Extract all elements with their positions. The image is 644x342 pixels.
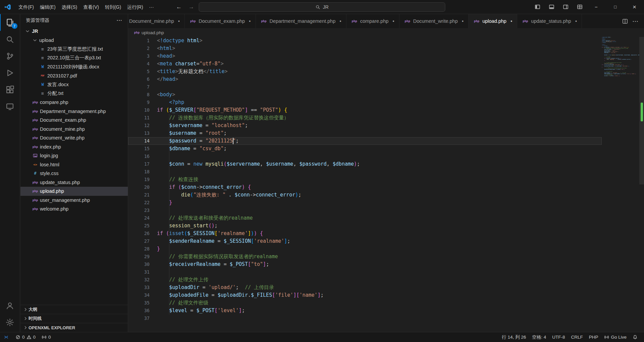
- activity-top: 7: [0, 14, 20, 115]
- minimap[interactable]: <!doctype html><html><head><meta charset…: [602, 37, 639, 332]
- tree-item[interactable]: phpindex.php: [20, 142, 128, 152]
- indentation-status[interactable]: 空格: 4: [529, 332, 549, 342]
- tree-item[interactable]: PDF20231027.pdf: [20, 71, 128, 80]
- encoding-status[interactable]: UTF-8: [549, 332, 568, 342]
- tree-item[interactable]: phpDocument_write.php: [20, 133, 128, 142]
- explorer-badge: 7: [12, 23, 17, 29]
- menu-item[interactable]: 查看(V): [80, 2, 102, 12]
- cursor-position-status[interactable]: 行 14, 列 26: [499, 332, 529, 342]
- remote-explorer-icon[interactable]: [0, 98, 20, 115]
- txt-file-icon: ≡: [39, 55, 46, 61]
- dirty-indicator[interactable]: ●: [511, 19, 512, 23]
- tree-item[interactable]: phpupdate_status.php: [20, 178, 128, 187]
- line-number: 32: [128, 276, 150, 284]
- arrow-left-icon[interactable]: ←: [176, 4, 182, 10]
- ports-indicator[interactable]: 0: [39, 332, 54, 342]
- tab[interactable]: phpDocument_exam.php●: [185, 14, 256, 28]
- language-mode-status[interactable]: PHP: [586, 332, 601, 342]
- run-debug-icon[interactable]: [0, 64, 20, 81]
- more-actions-icon[interactable]: ···: [631, 17, 640, 25]
- menu-item[interactable]: 选择(S): [59, 2, 80, 12]
- layout-sidebar-icon[interactable]: [530, 0, 544, 14]
- line-content: <body>: [150, 91, 175, 99]
- tree-item[interactable]: upload: [20, 36, 128, 45]
- dirty-indicator[interactable]: ●: [178, 19, 180, 23]
- source-control-icon[interactable]: [0, 48, 20, 64]
- tab[interactable]: phpDepartment_management.php●: [256, 14, 346, 28]
- layout-panel-icon[interactable]: [544, 0, 558, 14]
- go-live-status[interactable]: Go Live: [601, 332, 630, 342]
- breadcrumb[interactable]: php upload.php: [128, 28, 644, 37]
- tree-item[interactable]: phpwelcome.php: [20, 205, 128, 214]
- tree-item[interactable]: ≡23年第三季度思想汇报.txt: [20, 45, 128, 54]
- indent-guide: [181, 237, 181, 245]
- line-content: [150, 268, 157, 276]
- sidebar-section[interactable]: 大纲: [20, 305, 128, 314]
- tree-item[interactable]: JR: [20, 27, 128, 36]
- explorer-icon[interactable]: 7: [0, 14, 20, 31]
- search-icon[interactable]: [0, 31, 20, 48]
- code-line: 13 $username = "root";: [128, 129, 602, 137]
- layout-sidebar-right-icon[interactable]: [558, 0, 573, 14]
- arrow-right-icon[interactable]: →: [189, 4, 194, 10]
- tab[interactable]: phpupload.php●: [469, 14, 517, 28]
- split-editor-icon[interactable]: [621, 17, 629, 25]
- tab[interactable]: phpcompare.php●: [346, 14, 399, 28]
- eol-status[interactable]: CRLF: [568, 332, 586, 342]
- dirty-indicator[interactable]: ●: [339, 19, 341, 23]
- tree-item[interactable]: phpDepartment_management.php: [20, 107, 128, 116]
- tree-item[interactable]: phpupload.php: [20, 187, 128, 196]
- dirty-indicator[interactable]: ●: [575, 19, 577, 23]
- tree-item[interactable]: phpuser_management.php: [20, 196, 128, 205]
- notifications-status[interactable]: [630, 332, 641, 342]
- tree-item[interactable]: phpDocument_mine.php: [20, 125, 128, 134]
- tree-item-label: Document_mine.php: [40, 126, 85, 132]
- menu-item[interactable]: ···: [146, 2, 157, 12]
- maximize-icon[interactable]: □: [606, 0, 625, 14]
- more-actions-icon[interactable]: ···: [117, 18, 122, 23]
- extensions-icon[interactable]: [0, 81, 20, 98]
- tree-item[interactable]: W发言.docx: [20, 80, 128, 89]
- dirty-indicator[interactable]: ●: [392, 19, 394, 23]
- dirty-indicator[interactable]: ●: [462, 19, 464, 23]
- menu-item[interactable]: 编辑(E): [37, 2, 59, 12]
- menu-item[interactable]: 运行(R): [124, 2, 146, 12]
- settings-gear-icon[interactable]: [0, 314, 20, 331]
- line-content: </head>: [150, 75, 178, 83]
- close-icon[interactable]: ×: [625, 0, 644, 14]
- tree-item-label: JR: [32, 28, 38, 34]
- editor-scrollbar[interactable]: [639, 37, 644, 332]
- dirty-indicator[interactable]: ●: [249, 19, 251, 23]
- code-editor[interactable]: 1<!doctype html>2<html>3<head>4<meta cha…: [128, 37, 644, 332]
- sidebar-section[interactable]: OPENXML EXPLORER: [20, 323, 128, 332]
- code-line: 36 $level = $_POST['level'];: [128, 307, 602, 315]
- line-content: [150, 83, 157, 91]
- minimize-icon[interactable]: −: [587, 0, 606, 14]
- tree-item[interactable]: login.jpg: [20, 151, 128, 160]
- tab[interactable]: phpupdate_status.php●: [517, 14, 582, 28]
- command-center-search[interactable]: JR: [199, 2, 445, 12]
- status-right: 行 14, 列 26空格: 4UTF-8CRLFPHPGo Live: [499, 332, 644, 342]
- tab[interactable]: phpDocument_write.php●: [399, 14, 469, 28]
- tree-item[interactable]: ≡2022.10批三合一表p3.txt: [20, 54, 128, 63]
- menu-item[interactable]: 转到(G): [102, 2, 124, 12]
- tree-item[interactable]: ≡分配.txt: [20, 89, 128, 98]
- sidebar-section[interactable]: 时间线: [20, 314, 128, 323]
- tree-item[interactable]: W20211120刘钟徽函.docx: [20, 62, 128, 71]
- tree-item[interactable]: phpDocument_exam.php: [20, 116, 128, 125]
- txt-file-icon: ≡: [39, 46, 46, 52]
- tree-item[interactable]: #style.css: [20, 169, 128, 178]
- tree-item[interactable]: phpcompare.php: [20, 98, 128, 107]
- tab[interactable]: phpDocument_mine.php●: [128, 14, 185, 28]
- tree-item[interactable]: <>lose.html: [20, 160, 128, 169]
- layout-customize-icon[interactable]: [573, 0, 587, 14]
- line-number: 29: [128, 253, 150, 261]
- menu-item[interactable]: 文件(F): [15, 2, 37, 12]
- line-number: 8: [128, 91, 150, 99]
- line-number: 13: [128, 129, 150, 137]
- code-line: 35 // 处理文件密级: [128, 299, 602, 307]
- problems-indicator[interactable]: 00: [12, 332, 39, 342]
- remote-icon[interactable]: [0, 332, 12, 342]
- code-line: 12 $servername = "localhost";: [128, 122, 602, 129]
- account-icon[interactable]: [0, 297, 20, 314]
